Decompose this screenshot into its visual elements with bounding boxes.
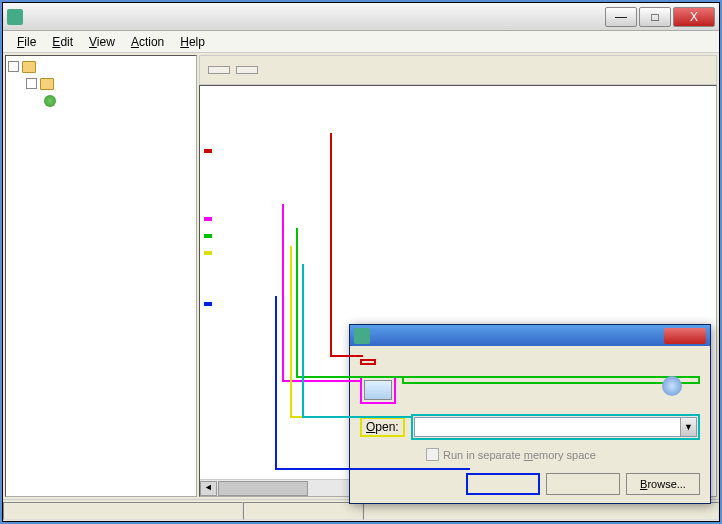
app-icon (7, 9, 23, 25)
dialog-icon (354, 328, 370, 344)
browse-button[interactable]: Browse... (626, 473, 700, 495)
dropdown-icon[interactable]: ▼ (680, 418, 696, 436)
run-caption (360, 359, 376, 365)
scroll-thumb[interactable] (218, 481, 308, 496)
highlight-desc (204, 234, 212, 238)
collapse-icon[interactable] (26, 78, 37, 89)
open-combobox[interactable]: ▼ (414, 417, 697, 437)
memory-label: Run in separate memory space (443, 449, 596, 461)
scroll-left-icon[interactable]: ◄ (200, 481, 217, 496)
highlight-icon-id (204, 217, 212, 221)
dialog-titlebar[interactable] (350, 325, 710, 346)
run-dialog[interactable]: Open: ▼ Run in separate memory space Bro… (349, 324, 711, 504)
highlight-open (204, 251, 212, 255)
minimize-button[interactable]: — (605, 7, 637, 27)
tree-1003[interactable] (8, 75, 196, 92)
collapse-icon[interactable] (8, 61, 19, 72)
status-cell-1 (3, 502, 243, 520)
status-cell-3 (363, 502, 719, 520)
cancel-button[interactable] (546, 473, 620, 495)
dialog-close-button[interactable] (664, 328, 706, 344)
memory-checkbox[interactable] (426, 448, 439, 461)
status-cell-2 (243, 502, 363, 520)
maximize-button[interactable]: □ (639, 7, 671, 27)
open-label: Open: (360, 417, 405, 437)
resource-tree[interactable] (5, 55, 197, 497)
menu-action[interactable]: Action (123, 33, 172, 51)
menu-help[interactable]: Help (172, 33, 213, 51)
help-icon[interactable] (662, 376, 682, 396)
menu-file[interactable]: File (9, 33, 44, 51)
dialog-body: Open: ▼ Run in separate memory space Bro… (350, 346, 710, 503)
close-button[interactable]: X (673, 7, 715, 27)
folder-icon (22, 61, 36, 73)
run-icon (360, 376, 396, 404)
menu-edit[interactable]: Edit (44, 33, 81, 51)
menu-view[interactable]: View (81, 33, 123, 51)
tree-dialog[interactable] (8, 58, 196, 75)
titlebar[interactable]: — □ X (3, 3, 719, 31)
menubar: File Edit View Action Help (3, 31, 719, 53)
highlight-ok (204, 302, 212, 306)
highlight-caption (204, 149, 212, 153)
hide-dialog-button[interactable] (236, 66, 258, 74)
run-description (402, 376, 700, 384)
toolbar (199, 55, 717, 85)
ok-button[interactable] (466, 473, 540, 495)
resource-icon (44, 95, 56, 107)
tree-1033[interactable] (8, 92, 196, 109)
folder-icon (40, 78, 54, 90)
combobox-highlight: ▼ (411, 414, 700, 440)
compile-button[interactable] (208, 66, 230, 74)
